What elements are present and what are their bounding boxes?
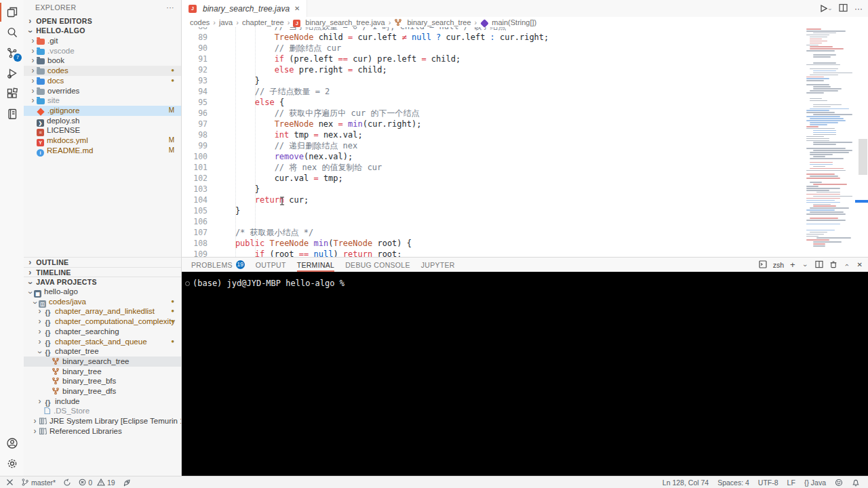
open-editors-section[interactable]: › OPEN EDITORS <box>24 16 181 26</box>
code-line-96[interactable]: 96// 获取中序遍历中 cur 的下一个结点 <box>182 108 804 119</box>
code-line-105[interactable]: 105} <box>182 205 804 216</box>
code-line-106[interactable]: 106 <box>182 216 804 227</box>
notebook-icon[interactable] <box>0 104 24 124</box>
tree-item-chapter_tree[interactable]: ›{}chapter_tree <box>24 346 181 357</box>
breadcrumb-item[interactable]: Jbinary_search_tree.java <box>293 17 384 27</box>
tree-item-book[interactable]: ›book <box>24 56 181 66</box>
tree-item-hello-algo[interactable]: ›▦hello-algo <box>24 287 181 297</box>
code-line-98[interactable]: 98int tmp = nex.val; <box>182 129 804 140</box>
outline-section[interactable]: › OUTLINE <box>24 257 181 268</box>
panel-tab-terminal[interactable]: TERMINAL <box>297 258 335 272</box>
terminal-dropdown-icon[interactable]: › <box>802 262 809 269</box>
split-editor-icon[interactable] <box>839 3 848 14</box>
project-root-section[interactable]: › HELLO-ALGO <box>24 26 181 36</box>
maximize-panel-icon[interactable]: › <box>842 261 850 268</box>
status-item[interactable]: {} Java <box>804 479 826 487</box>
code-line-91[interactable]: 91if (pre.left == cur) pre.left = child; <box>182 54 804 64</box>
run-button[interactable]: › <box>820 5 832 12</box>
account-icon[interactable] <box>0 433 24 453</box>
tree-item-.git[interactable]: ›.git <box>24 36 181 46</box>
tree-item-overrides[interactable]: ›overrides <box>24 86 181 96</box>
split-terminal-icon[interactable] <box>815 260 823 270</box>
java-projects-section[interactable]: › JAVA PROJECTS <box>24 277 181 287</box>
code-line-100[interactable]: 100remove(nex.val); <box>182 151 804 162</box>
editor-scrollbar[interactable] <box>858 0 868 257</box>
scrollbar-thumb[interactable] <box>859 139 867 175</box>
panel-tab-problems[interactable]: PROBLEMS19 <box>191 258 245 272</box>
tree-item-deploy.sh[interactable]: ›❯deploy.sh <box>24 116 181 126</box>
code-line-107[interactable]: 107/* 获取最小结点 */ <box>182 227 804 238</box>
code-line-92[interactable]: 92else pre.right = child; <box>182 64 804 75</box>
tree-item-binary_search_tree[interactable]: ›binary_search_tree <box>24 357 181 367</box>
tree-item-.gitignore[interactable]: ›.gitignoreM <box>24 106 181 116</box>
panel-tab-output[interactable]: OUTPUT <box>256 258 286 272</box>
status-item[interactable]: UTF-8 <box>758 479 778 487</box>
tab-binary-search-tree[interactable]: J binary_search_tree.java ✕ <box>182 0 307 17</box>
shell-selector[interactable]: zsh <box>773 261 784 269</box>
code-area[interactable]: 88// 当子结点数量 = 0 / 1 时, child = null / 该子… <box>182 27 804 257</box>
breadcrumb-item[interactable]: binary_search_tree <box>394 18 471 26</box>
code-line-103[interactable]: 103} <box>182 184 804 195</box>
git-branch-status[interactable]: master* <box>21 478 56 487</box>
tab-close-icon[interactable]: ✕ <box>294 5 300 12</box>
feedback-icon[interactable] <box>835 479 843 487</box>
minimap[interactable] <box>804 28 858 257</box>
tree-item-LICENSE[interactable]: ›≡LICENSE <box>24 125 181 136</box>
tree-item-chapter_searching[interactable]: ›{}chapter_searching <box>24 327 181 337</box>
status-item[interactable]: LF <box>787 479 795 487</box>
code-line-94[interactable]: 94// 子结点数量 = 2 <box>182 86 804 97</box>
explorer-more-actions-icon[interactable]: ··· <box>166 0 174 15</box>
tree-item-binary_tree_bfs[interactable]: ›binary_tree_bfs <box>24 376 181 386</box>
code-line-95[interactable]: 95else { <box>182 97 804 108</box>
tree-item-.vscode[interactable]: ›.vscode <box>24 46 181 56</box>
breadcrumb-item[interactable]: codes <box>190 18 210 26</box>
tree-item-chapter_computational_complexity[interactable]: ›{}chapter_computational_complexity● <box>24 317 181 327</box>
tree-item-docs[interactable]: ›docs● <box>24 76 181 86</box>
code-line-99[interactable]: 99// 递归删除结点 nex <box>182 140 804 151</box>
code-line-89[interactable]: 89TreeNode child = cur.left ≠ null ? cur… <box>182 32 804 43</box>
code-line-90[interactable]: 90// 删除结点 cur <box>182 43 804 54</box>
code-line-102[interactable]: 102cur.val = tmp; <box>182 173 804 184</box>
breadcrumb-item[interactable]: main(String[]) <box>480 18 536 26</box>
timeline-section[interactable]: › TIMELINE <box>24 267 181 278</box>
extensions-icon[interactable] <box>0 83 24 104</box>
source-control-icon[interactable]: 7 <box>0 43 24 63</box>
run-dropdown-icon[interactable]: › <box>827 7 833 12</box>
code-line-93[interactable]: 93} <box>182 75 804 86</box>
status-item[interactable]: Ln 128, Col 74 <box>663 479 709 487</box>
code-line-108[interactable]: 108public TreeNode min(TreeNode root) { <box>182 238 804 249</box>
breadcrumb-item[interactable]: java <box>219 18 233 26</box>
tree-item-codes[interactable]: ›codes● <box>24 66 181 76</box>
rocket-icon[interactable] <box>123 479 131 487</box>
settings-gear-icon[interactable] <box>0 453 24 474</box>
search-icon[interactable] <box>0 22 24 43</box>
code-line-101[interactable]: 101// 将 nex 的值复制给 cur <box>182 162 804 173</box>
code-line-109[interactable]: 109if (root == null) return root; <box>182 249 804 257</box>
terminal[interactable]: (base) jyd@JYD-MBP hello-algo % <box>182 272 868 477</box>
tree-item-mkdocs.yml[interactable]: ›Ymkdocs.ymlM <box>24 136 181 146</box>
tree-item-chapter_array_and_linkedlist[interactable]: ›{}chapter_array_and_linkedlist● <box>24 306 181 317</box>
close-panel-icon[interactable]: ✕ <box>857 261 863 268</box>
panel-tab-jupyter[interactable]: JUPYTER <box>421 258 455 272</box>
code-line-88[interactable]: 88// 当子结点数量 = 0 / 1 时, child = null / 该子… <box>182 27 804 32</box>
tree-item-.DS_Store[interactable]: ›.DS_Store <box>24 406 181 416</box>
tree-item-JRESystemLibraryEclipseTemurin1717...[interactable]: ›JRE System Library [Eclipse Temurin 17 … <box>24 416 181 426</box>
tree-item-README.md[interactable]: ›iREADME.mdM <box>24 146 181 156</box>
tree-item-site[interactable]: ›site <box>24 96 181 106</box>
code-line-104[interactable]: 104return cur; <box>182 195 804 205</box>
explorer-icon[interactable] <box>0 2 24 22</box>
tree-item-binary_tree[interactable]: ›binary_tree <box>24 367 181 377</box>
tree-item-codesjava[interactable]: ›◫codes/java● <box>24 297 181 307</box>
code-line-97[interactable]: 97TreeNode nex = min(cur.right); <box>182 119 804 129</box>
run-debug-icon[interactable] <box>0 63 24 83</box>
panel-tab-debug-console[interactable]: DEBUG CONSOLE <box>345 258 410 272</box>
tree-item-chapter_stack_and_queue[interactable]: ›{}chapter_stack_and_queue● <box>24 337 181 347</box>
tree-item-binary_tree_dfs[interactable]: ›binary_tree_dfs <box>24 386 181 396</box>
bell-icon[interactable] <box>852 479 860 487</box>
status-item[interactable]: Spaces: 4 <box>717 479 749 487</box>
sync-icon[interactable] <box>63 479 71 487</box>
remote-indicator-icon[interactable] <box>6 479 14 486</box>
new-terminal-icon[interactable]: + <box>790 260 795 270</box>
kill-terminal-icon[interactable] <box>829 260 837 270</box>
breadcrumb-item[interactable]: chapter_tree <box>242 18 284 26</box>
